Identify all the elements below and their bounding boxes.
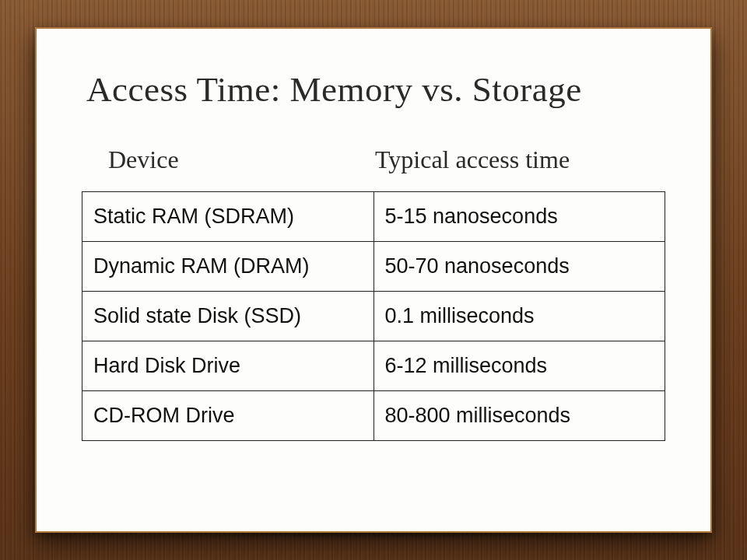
cell-device: Dynamic RAM (DRAM) [82,242,374,292]
slide-card: Access Time: Memory vs. Storage Device T… [35,27,712,533]
table-row: Hard Disk Drive 6-12 milliseconds [82,341,665,391]
cell-time: 50-70 nanoseconds [374,242,665,292]
cell-device: Static RAM (SDRAM) [82,192,374,242]
table-row: Solid state Disk (SSD) 0.1 milliseconds [82,292,665,341]
col-header-device: Device [88,145,374,174]
access-time-table: Static RAM (SDRAM) 5-15 nanoseconds Dyna… [82,191,665,441]
slide-title: Access Time: Memory vs. Storage [82,69,665,110]
table-row: Static RAM (SDRAM) 5-15 nanoseconds [82,192,665,242]
cell-device: Hard Disk Drive [82,341,374,391]
cell-time: 5-15 nanoseconds [374,192,665,242]
table-row: CD-ROM Drive 80-800 milliseconds [82,391,665,441]
cell-time: 0.1 milliseconds [374,292,665,341]
table-row: Dynamic RAM (DRAM) 50-70 nanoseconds [82,242,665,292]
col-header-time: Typical access time [374,145,659,174]
column-headers: Device Typical access time [82,145,665,174]
cell-time: 6-12 milliseconds [374,341,665,391]
cell-device: Solid state Disk (SSD) [82,292,374,341]
cell-device: CD-ROM Drive [82,391,374,441]
cell-time: 80-800 milliseconds [374,391,665,441]
